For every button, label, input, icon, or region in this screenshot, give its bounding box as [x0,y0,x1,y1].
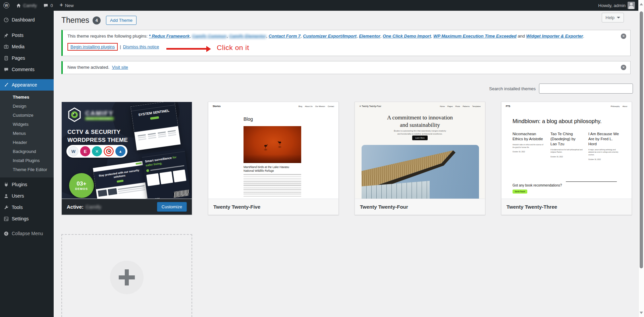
plugin-link[interactable]: Camify Common [192,34,226,39]
plus-icon [119,269,135,285]
sidebar-item-plugins[interactable]: Plugins [0,179,54,190]
dismiss-this-notice-link[interactable]: Dismiss this notice [123,44,159,49]
sidebar-item-media[interactable]: Media [0,41,54,52]
sidebar-label: Dashboard [12,17,35,22]
tt5-nav: BlogAbout UsOur MissionContact [299,105,334,107]
theme-card-twenty-twenty-five[interactable]: Stories BlogAbout UsOur MissionContact B… [208,102,339,215]
new-menu[interactable]: + New [56,0,77,11]
collapse-menu-button[interactable]: Collapse Menu [0,228,54,239]
tt3-preview: FTS PhilosophyAbout Mindblown: a blog ab… [501,102,632,199]
begin-installing-plugins-link[interactable]: Begin installing plugins [70,44,115,49]
one-click-demo-import-icon: ☚ [104,146,114,156]
theme-card-twenty-twenty-three[interactable]: FTS PhilosophyAbout Mindblown: a blog ab… [501,102,632,215]
avatar [628,2,635,9]
submenu-install-plugins[interactable]: Install Plugins [0,156,54,165]
mockup-title: SYSTEM SENTINEL [138,109,170,117]
search-row: Search installed themes [54,84,633,94]
sidebar-label: Comments [12,67,35,72]
site-name-menu[interactable]: Camify [13,0,40,11]
scroll-down-arrow-icon[interactable] [640,312,643,316]
admin-bar: W Camify 0 + New Howdy, admin [0,0,638,11]
submenu-theme-file-editor[interactable]: Theme File Editor [0,165,54,174]
media-icon [4,44,9,49]
theme-name: Twenty Twenty-Four [360,204,408,210]
x-plugin-icon: ✕ [92,146,102,156]
separator: . [583,34,584,39]
sidebar-item-pages[interactable]: Pages [0,52,54,64]
sidebar-item-dashboard[interactable]: Dashboard [0,14,54,25]
plugin-link[interactable]: Contact Form 7 [269,34,301,39]
add-theme-circle [110,261,144,294]
plus-icon: + [60,2,63,8]
camify-logo: CAMIFY MAKE IT SECURE [67,107,114,122]
barcode-graphic [173,190,189,198]
plugin-link[interactable]: One Click Demo Import [383,34,431,39]
search-themes-label: Search installed themes [489,86,536,91]
camify-mockup-system-sentinel: SYSTEM SENTINEL [130,102,180,151]
scrollbar-thumb[interactable] [640,11,643,268]
help-label: Help [605,15,614,20]
scroll-up-arrow-icon[interactable] [640,1,643,5]
wp-logo-menu[interactable]: W [0,0,13,11]
tt5-blog-heading: Blog [244,116,253,122]
plugin-link[interactable]: Customizer Export/Import [303,34,357,39]
sidebar-label: Posts [12,33,23,38]
comments-menu[interactable]: 0 [40,0,56,11]
tt4-learn-more-button: Learn More [412,136,428,140]
new-label: New [65,3,74,8]
appearance-submenu: Themes Design Customize Widgets Menus He… [0,91,54,177]
visit-site-link[interactable]: Visit site [112,65,128,70]
sidebar-item-users[interactable]: Users [0,190,54,202]
camify-hexagon-logo-icon [67,107,82,122]
theme-card-twenty-twenty-four[interactable]: ✳ Twenty Twenty-Four HomePagesPostsPatte… [355,102,485,215]
sidebar-item-posts[interactable]: Posts [0,30,54,41]
tt5-preview: Stories BlogAbout UsOur MissionContact B… [208,102,338,199]
sidebar-item-comments[interactable]: Comments [0,64,54,75]
submenu-background[interactable]: Background [0,147,54,156]
sidebar-item-tools[interactable]: Tools [0,202,54,213]
user-icon [4,194,9,199]
sidebar-item-settings[interactable]: Settings [0,213,54,224]
plugin-icon [4,182,9,187]
tt5-birds-photo [244,126,301,163]
wrench-icon [4,205,9,210]
plugin-link[interactable]: Camify Elementor [229,34,266,39]
sidebar-item-appearance[interactable]: Appearance [0,79,54,91]
sidebar-label: Tools [12,205,23,210]
dismiss-notice-icon[interactable]: ✕ [621,65,626,70]
plugin-link[interactable]: WP Maximum Execution Time Exceeded [433,34,517,39]
howdy-label: Howdy, admin [598,3,626,8]
theme-card-camify[interactable]: CAMIFY MAKE IT SECURE CCTV & SECURITY WO… [61,102,192,215]
my-account-menu[interactable]: Howdy, admin [595,0,638,11]
mountain-icon: ▲ [115,146,125,156]
help-dropdown[interactable]: Help [602,13,624,22]
add-new-theme-box[interactable] [61,234,192,317]
tt4-heading: A commitment to innovation and sustainab… [355,114,485,129]
theme-count-badge: 4 [93,16,101,24]
search-themes-input[interactable] [539,84,633,94]
active-theme-name: Camify [86,204,101,210]
tt3-post: I Am Because We Are by Fred L. Hord A ma… [588,131,621,160]
customize-button[interactable]: Customize [157,202,187,212]
plugin-link[interactable]: * Redux Framework [149,34,190,39]
comments-icon [4,67,9,72]
theme-grid: CAMIFY MAKE IT SECURE CCTV & SECURITY WO… [54,94,638,317]
plugin-link[interactable]: Widget Importer & Exporter [526,34,583,39]
submenu-menus[interactable]: Menus [0,129,54,138]
tt4-preview: ✳ Twenty Twenty-Four HomePagesPostsPatte… [355,102,485,199]
submenu-widgets[interactable]: Widgets [0,120,54,129]
dismiss-notice-icon[interactable]: ✕ [621,34,626,39]
submenu-themes[interactable]: Themes [0,93,54,102]
plugin-link[interactable]: Elementor [359,34,380,39]
site-name-label: Camify [23,3,37,8]
vertical-scrollbar[interactable] [638,0,644,317]
submenu-customize[interactable]: Customize [0,111,54,120]
separator: | [120,44,121,49]
submenu-header[interactable]: Header [0,138,54,147]
add-theme-button[interactable]: Add Theme [106,16,137,25]
submenu-design[interactable]: Design [0,102,54,111]
click-on-it-annotation: Click on it [217,44,249,52]
tt5-site-logo: Stories [213,105,221,107]
camify-preview: CAMIFY MAKE IT SECURE CCTV & SECURITY WO… [62,102,192,199]
tt4-nav: HomePagesPostsPatternsTemplates [440,105,481,107]
